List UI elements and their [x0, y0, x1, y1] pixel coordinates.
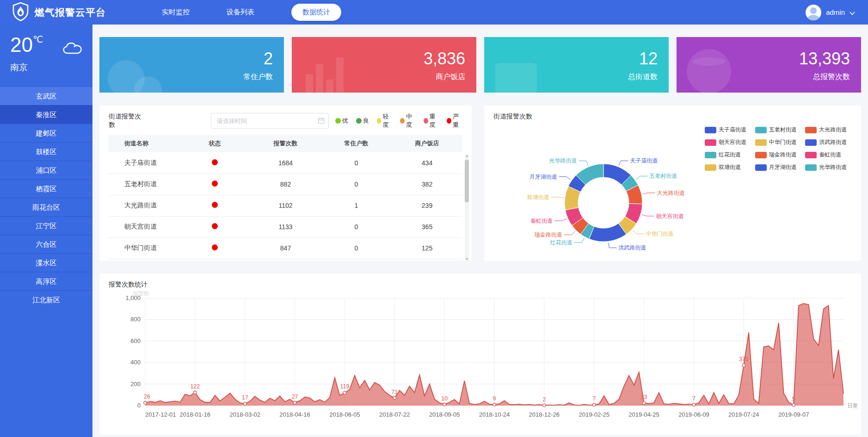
date-picker-input[interactable]: [211, 113, 329, 129]
status-cell: [179, 216, 250, 237]
status-dot-icon: [212, 202, 218, 208]
stat-card: 13,393总报警次数: [677, 37, 861, 93]
legend-swatch: [705, 127, 716, 133]
x-axis-tick-label: 2018-07-22: [379, 411, 410, 418]
table-column-header: 状态: [179, 135, 250, 152]
data-point-marker[interactable]: [244, 402, 246, 405]
residents-cell: 0: [321, 174, 392, 195]
donut-legend-item[interactable]: 大光路街道: [805, 126, 854, 134]
donut-legend-item[interactable]: 夫子庙街道: [705, 126, 753, 134]
data-point-marker[interactable]: [593, 403, 596, 406]
donut-segment-label: 中华门街道: [646, 231, 673, 237]
donut-legend-item[interactable]: 双塘街道: [705, 163, 753, 171]
legend-label: 瑞金路街道: [769, 151, 797, 159]
nav-tab[interactable]: 数据统计: [291, 4, 341, 21]
donut-segment-label: 月牙湖街道: [529, 174, 557, 180]
data-point-label: 17: [242, 394, 248, 401]
sidebar-item-district[interactable]: 江宁区: [0, 216, 92, 235]
donut-legend-item[interactable]: 光华路街道: [805, 163, 854, 171]
stat-card-value: 3,836: [424, 49, 465, 69]
donut-legend-item[interactable]: 朝天宫街道: [705, 138, 753, 146]
scroll-down-icon[interactable]: ▼: [465, 257, 469, 261]
nav-tab[interactable]: 设备列表: [227, 8, 254, 17]
severity-label: 严重: [453, 112, 462, 129]
table-row[interactable]: 五老村街道8820382: [109, 174, 462, 195]
severity-dot-icon: [356, 118, 362, 124]
table-row[interactable]: 大光路街道11021239: [109, 195, 462, 216]
sidebar-item-district[interactable]: 建邺区: [0, 124, 92, 142]
x-axis-tick-label: 2019-07-24: [728, 411, 759, 418]
sidebar-item-district[interactable]: 雨花台区: [0, 198, 92, 216]
data-point-marker[interactable]: [293, 401, 296, 404]
brand: 燃气报警云平台: [0, 2, 139, 23]
donut-segment-label: 秦虹街道: [530, 218, 553, 224]
avatar: [806, 5, 821, 20]
legend-swatch: [705, 139, 716, 146]
donut-legend-item[interactable]: 红花街道: [705, 151, 753, 159]
sidebar-item-district[interactable]: 溧水区: [0, 253, 92, 272]
severity-legend-item: 良: [356, 117, 369, 125]
legend-label: 夫子庙街道: [719, 126, 746, 134]
data-point-marker[interactable]: [343, 391, 346, 394]
sidebar-item-district[interactable]: 秦淮区: [0, 105, 92, 124]
sidebar-item-district[interactable]: 六合区: [0, 235, 92, 253]
status-dot-icon: [212, 244, 218, 250]
trend-panel-title: 报警次数统计: [99, 274, 861, 289]
cloud-icon: [62, 41, 83, 57]
data-point-marker[interactable]: [493, 403, 496, 406]
table-row[interactable]: 夫子庙街道16840434: [109, 152, 462, 174]
legend-swatch: [805, 139, 817, 146]
sidebar-item-district[interactable]: 鼓楼区: [0, 142, 92, 161]
temperature-value: 20: [10, 35, 33, 55]
severity-legend-item: 轻度: [377, 112, 393, 129]
scroll-up-icon[interactable]: ▲: [465, 154, 469, 157]
data-point-label: 122: [190, 383, 200, 390]
data-point-marker[interactable]: [393, 396, 396, 399]
data-point-marker[interactable]: [144, 401, 147, 404]
table-scrollbar[interactable]: ▲ ▼: [465, 154, 469, 261]
sidebar-item-district[interactable]: 江北新区: [0, 290, 92, 309]
x-axis-tick-label: 2018-04-16: [279, 411, 310, 418]
sidebar-item-district[interactable]: 栖霞区: [0, 179, 92, 198]
data-point-marker[interactable]: [742, 364, 745, 367]
table-column-header: 报警次数: [250, 135, 321, 152]
data-point-marker[interactable]: [792, 404, 795, 406]
legend-swatch: [805, 152, 817, 158]
donut-legend-item[interactable]: 洪武路街道: [805, 138, 854, 146]
user-menu[interactable]: admin: [806, 0, 855, 25]
y-axis-tick-label: 0: [137, 402, 141, 409]
sidebar-item-district[interactable]: 玄武区: [0, 87, 92, 105]
severity-label: 中度: [406, 112, 416, 129]
data-point-marker[interactable]: [692, 403, 695, 406]
data-point-marker[interactable]: [194, 391, 197, 393]
severity-legend-item: 中度: [400, 112, 416, 129]
table-row[interactable]: 中华门街道8470125: [109, 237, 462, 259]
donut-legend-item[interactable]: 中华门街道: [755, 138, 804, 146]
donut-legend-item[interactable]: 月牙湖街道: [755, 163, 804, 171]
status-dot-icon: [212, 181, 218, 187]
data-point-marker[interactable]: [543, 404, 546, 406]
x-axis-tick-label: 2019-02-25: [579, 411, 609, 418]
sidebar-item-district[interactable]: 浦口区: [0, 161, 92, 179]
alarm-count-cell: 1684: [250, 152, 321, 174]
severity-label: 重度: [430, 112, 439, 129]
table-row[interactable]: 朝天宫街道11330365: [109, 216, 462, 237]
residents-cell: 0: [321, 216, 392, 237]
scrollbar-thumb[interactable]: [465, 160, 469, 202]
donut-legend-item[interactable]: 秦虹街道: [805, 151, 854, 159]
data-point-marker[interactable]: [642, 401, 645, 404]
donut-label-line: [579, 161, 588, 165]
donut-legend-item[interactable]: 五老村街道: [755, 126, 804, 134]
legend-swatch: [755, 164, 767, 171]
legend-swatch: [755, 152, 767, 158]
donut-legend-item[interactable]: 瑞金路街道: [755, 151, 804, 159]
legend-label: 红花街道: [719, 151, 741, 159]
data-point-marker[interactable]: [443, 403, 446, 406]
sidebar-item-district[interactable]: 高淳区: [0, 272, 92, 290]
donut-label-line: [619, 161, 628, 165]
severity-dot-icon: [335, 118, 341, 124]
district-list: 玄武区秦淮区建邺区鼓楼区浦口区栖霞区雨花台区江宁区六合区溧水区高淳区江北新区: [0, 87, 92, 309]
data-point-label: 27: [292, 393, 298, 400]
nav-tab[interactable]: 实时监控: [162, 8, 190, 17]
status-dot-icon: [212, 223, 218, 229]
